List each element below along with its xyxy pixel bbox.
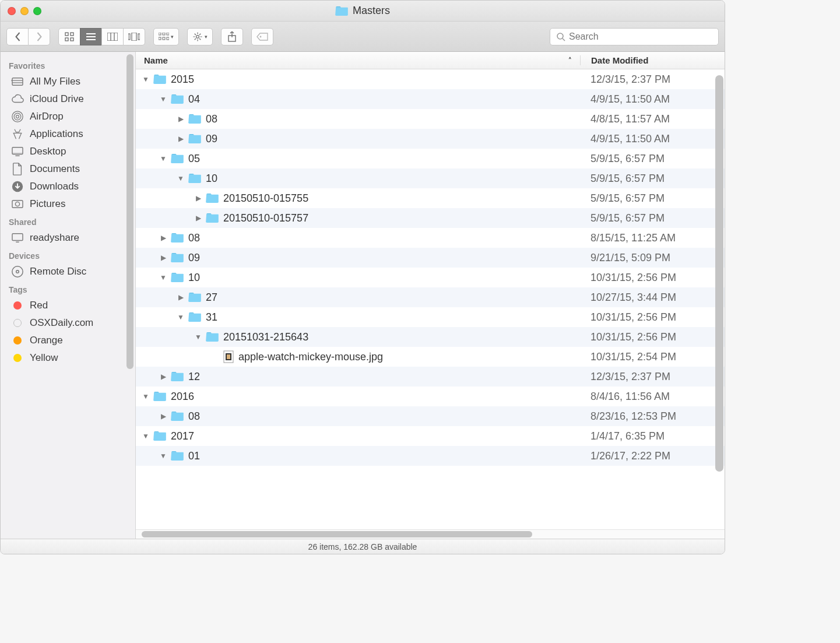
sidebar-item[interactable]: Orange xyxy=(1,332,135,349)
svg-rect-15 xyxy=(167,33,169,35)
svg-rect-10 xyxy=(128,34,130,40)
disclosure-triangle[interactable]: ▶ xyxy=(159,373,167,381)
file-date: 8/23/16, 12:53 PM xyxy=(580,410,725,423)
close-window-button[interactable] xyxy=(8,7,16,15)
svg-point-47 xyxy=(12,266,23,277)
disclosure-triangle[interactable]: ▶ xyxy=(177,293,185,301)
sidebar-item-label: Applications xyxy=(30,128,83,140)
disclosure-triangle[interactable]: ▶ xyxy=(159,254,167,262)
file-row[interactable]: ▶20150510-0157575/9/15, 6:57 PM xyxy=(136,208,725,228)
disclosure-triangle[interactable]: ▼ xyxy=(177,174,185,182)
file-row[interactable]: ▼20171/4/17, 6:35 PM xyxy=(136,426,725,446)
disclosure-triangle[interactable]: ▶ xyxy=(177,135,185,143)
disclosure-triangle[interactable]: ▶ xyxy=(177,115,185,123)
disclosure-triangle[interactable]: ▼ xyxy=(142,432,150,440)
forward-button[interactable] xyxy=(28,28,50,45)
sidebar-item[interactable]: Yellow xyxy=(1,349,135,367)
folder-icon xyxy=(171,252,184,263)
disclosure-triangle[interactable]: ▼ xyxy=(159,273,167,282)
file-row[interactable]: ▶2710/27/15, 3:44 PM xyxy=(136,287,725,307)
svg-rect-16 xyxy=(159,37,161,40)
sidebar-item[interactable]: Remote Disc xyxy=(1,263,135,280)
list-horizontal-scrollbar[interactable] xyxy=(136,529,725,539)
file-row[interactable]: ▼055/9/15, 6:57 PM xyxy=(136,149,725,168)
file-row[interactable]: ▶20150510-0157555/9/15, 6:57 PM xyxy=(136,188,725,208)
view-icons-button[interactable] xyxy=(58,28,80,45)
disclosure-triangle[interactable]: ▶ xyxy=(194,194,202,202)
sidebar-item[interactable]: Red xyxy=(1,297,135,314)
folder-icon xyxy=(188,292,201,303)
back-button[interactable] xyxy=(6,28,29,45)
disclosure-triangle[interactable]: ▼ xyxy=(177,313,185,321)
file-name: 27 xyxy=(206,291,217,304)
file-date: 10/31/15, 2:56 PM xyxy=(580,272,725,284)
sidebar-item[interactable]: Downloads xyxy=(1,178,135,195)
file-date: 12/3/15, 2:37 PM xyxy=(580,73,725,86)
folder-icon xyxy=(188,173,201,184)
search-input[interactable] xyxy=(569,31,712,42)
file-row[interactable]: ▼1010/31/15, 2:56 PM xyxy=(136,268,725,287)
disclosure-triangle[interactable]: ▼ xyxy=(159,154,167,163)
svg-line-25 xyxy=(199,38,201,40)
file-row[interactable]: ▶1212/3/15, 2:37 PM xyxy=(136,367,725,386)
search-field[interactable] xyxy=(550,28,719,45)
disclosure-triangle[interactable]: ▶ xyxy=(194,214,202,222)
sidebar-item[interactable]: Documents xyxy=(1,160,135,178)
edit-tags-button[interactable] xyxy=(251,28,273,45)
disclosure-triangle[interactable]: ▼ xyxy=(142,392,150,400)
tag-icon xyxy=(256,33,268,41)
sidebar-item[interactable]: OSXDaily.com xyxy=(1,314,135,332)
column-header-name[interactable]: Name ˄ xyxy=(136,55,580,65)
file-row[interactable]: ▶099/21/15, 5:09 PM xyxy=(136,248,725,268)
file-row[interactable]: ▶084/8/15, 11:57 AM xyxy=(136,109,725,129)
svg-rect-0 xyxy=(65,33,68,36)
sidebar-item-label: Yellow xyxy=(30,352,58,364)
minimize-window-button[interactable] xyxy=(20,7,29,15)
svg-point-19 xyxy=(196,35,199,38)
sidebar-item[interactable]: Applications xyxy=(1,125,135,143)
file-name: 08 xyxy=(188,232,200,244)
search-icon xyxy=(556,32,565,41)
share-button[interactable] xyxy=(221,28,243,45)
tag-dot-icon xyxy=(11,317,24,329)
file-name: 12 xyxy=(188,371,200,383)
sidebar-heading: Devices xyxy=(1,247,135,263)
file-row[interactable]: ▶094/9/15, 11:50 AM xyxy=(136,129,725,149)
disclosure-triangle[interactable]: ▶ xyxy=(159,234,167,242)
disclosure-triangle[interactable]: ▼ xyxy=(159,452,167,460)
disclosure-triangle[interactable]: ▼ xyxy=(142,75,150,83)
sidebar-item[interactable]: readyshare xyxy=(1,229,135,247)
disclosure-triangle[interactable]: ▼ xyxy=(194,333,202,341)
file-row[interactable]: ▼044/9/15, 11:50 AM xyxy=(136,89,725,109)
file-row[interactable]: ▶088/15/15, 11:25 AM xyxy=(136,228,725,248)
svg-line-32 xyxy=(563,38,565,41)
list-vertical-scrollbar[interactable] xyxy=(715,75,723,472)
sidebar-item[interactable]: AirDrop xyxy=(1,108,135,125)
column-header-date[interactable]: Date Modified xyxy=(580,55,725,65)
file-row[interactable]: ▼105/9/15, 6:57 PM xyxy=(136,168,725,188)
coverflow-view-icon xyxy=(128,33,140,41)
sidebar-item[interactable]: Pictures xyxy=(1,195,135,213)
zoom-window-button[interactable] xyxy=(33,7,41,15)
file-row[interactable]: ▼3110/31/15, 2:56 PM xyxy=(136,307,725,327)
file-row[interactable]: ▼201512/3/15, 2:37 PM xyxy=(136,69,725,89)
view-columns-button[interactable] xyxy=(101,28,124,45)
view-list-button[interactable] xyxy=(80,28,102,45)
file-row[interactable]: ▶088/23/16, 12:53 PM xyxy=(136,406,725,426)
file-row[interactable]: ▼20151031-21564310/31/15, 2:56 PM xyxy=(136,327,725,347)
sidebar-scrollbar[interactable] xyxy=(126,54,133,522)
file-row[interactable]: ▼20168/4/16, 11:56 AM xyxy=(136,386,725,406)
view-coverflow-button[interactable] xyxy=(123,28,145,45)
file-row[interactable]: ▼011/26/17, 2:22 PM xyxy=(136,446,725,466)
svg-point-37 xyxy=(14,113,21,120)
disclosure-triangle[interactable]: ▼ xyxy=(159,95,167,103)
sidebar-item[interactable]: iCloud Drive xyxy=(1,90,135,108)
chevron-down-icon: ▾ xyxy=(205,34,208,40)
sidebar-item[interactable]: Desktop xyxy=(1,143,135,160)
disclosure-triangle[interactable]: ▶ xyxy=(159,412,167,420)
action-menu[interactable]: ▾ xyxy=(187,28,213,45)
pictures-icon xyxy=(11,198,24,210)
sidebar-item[interactable]: All My Files xyxy=(1,73,135,90)
file-row[interactable]: apple-watch-mickey-mouse.jpg10/31/15, 2:… xyxy=(136,347,725,367)
arrange-menu[interactable]: ▾ xyxy=(153,28,179,45)
